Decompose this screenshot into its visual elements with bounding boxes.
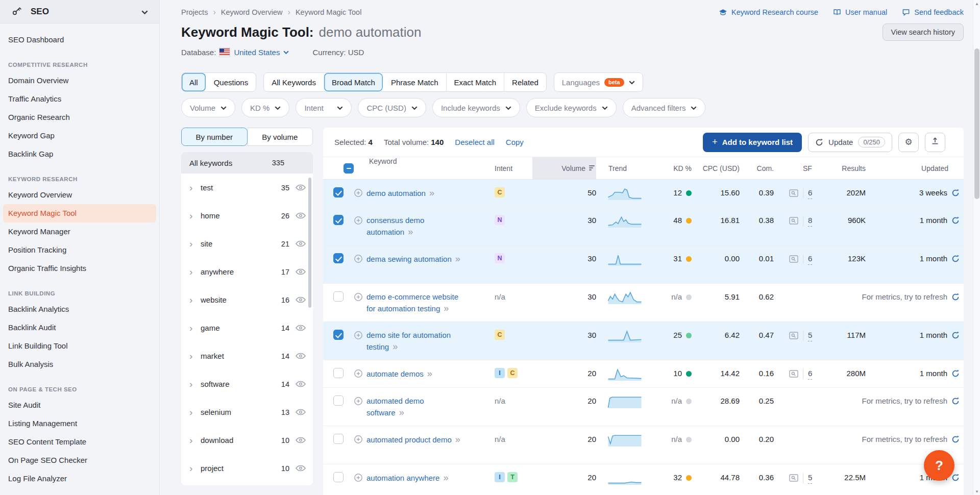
sidebar-item-keyword-overview[interactable]: Keyword Overview <box>0 186 159 204</box>
column-kd[interactable]: KD % <box>644 157 692 179</box>
eye-icon[interactable] <box>295 465 307 472</box>
sidebar-header[interactable]: SEO <box>0 0 159 23</box>
group-item-anywhere[interactable]: ›anywhere17 <box>181 258 313 286</box>
plus-circle-icon[interactable] <box>354 216 363 225</box>
sf-count[interactable]: 6 <box>808 368 812 380</box>
keyword-link[interactable]: automation anywhere <box>366 474 439 482</box>
group-item-test[interactable]: ›test35 <box>181 174 313 202</box>
expand-keyword-icon[interactable]: » <box>443 473 448 483</box>
row-checkbox[interactable] <box>333 368 344 378</box>
serp-features-icon[interactable] <box>789 332 798 339</box>
expand-keyword-icon[interactable]: » <box>393 341 398 352</box>
tab-broad-match[interactable]: Broad Match <box>324 73 383 91</box>
keyword-link[interactable]: demo site for automation testing <box>366 331 451 351</box>
sidebar-item-listing-management[interactable]: Listing Management <box>0 414 159 433</box>
sidebar-item-domain-overview[interactable]: Domain Overview <box>0 71 159 90</box>
refresh-icon[interactable] <box>951 255 960 263</box>
group-item-home[interactable]: ›home26 <box>181 202 313 230</box>
group-item-download[interactable]: ›download10 <box>181 426 313 454</box>
refresh-icon[interactable] <box>951 474 960 482</box>
column-intent[interactable]: Intent <box>491 157 532 179</box>
keyword-link[interactable]: demo automation <box>366 189 426 197</box>
serp-features-icon[interactable] <box>789 255 798 263</box>
tab-phrase-match[interactable]: Phrase Match <box>383 73 446 91</box>
eye-icon[interactable] <box>295 184 307 191</box>
help-button[interactable]: ? <box>924 450 954 481</box>
sidebar-item-position-tracking[interactable]: Position Tracking <box>0 241 159 259</box>
plus-circle-icon[interactable] <box>354 473 363 482</box>
copy-link[interactable]: Copy <box>506 138 524 146</box>
intent-filter[interactable]: Intent <box>296 98 352 117</box>
column-sf[interactable]: SF <box>774 157 822 179</box>
chevron-right-icon[interactable]: › <box>189 183 201 192</box>
group-item-market[interactable]: ›market14 <box>181 342 313 370</box>
cpc-filter[interactable]: CPC (USD) <box>358 98 426 117</box>
exclude-keywords-filter[interactable]: Exclude keywords <box>526 98 617 117</box>
chevron-right-icon[interactable]: › <box>189 211 201 220</box>
database-select[interactable]: United States <box>219 47 289 57</box>
breadcrumb-projects[interactable]: Projects <box>181 8 208 16</box>
chevron-right-icon[interactable]: › <box>189 267 201 277</box>
chevron-right-icon[interactable]: › <box>189 351 201 361</box>
chevron-right-icon[interactable]: › <box>189 407 201 417</box>
eye-icon[interactable] <box>295 296 307 303</box>
chevron-right-icon[interactable]: › <box>189 295 201 305</box>
column-com[interactable]: Com. <box>740 157 774 179</box>
tab-questions[interactable]: Questions <box>206 73 256 91</box>
expand-keyword-icon[interactable]: » <box>429 188 434 198</box>
sidebar-item-backlink-audit[interactable]: Backlink Audit <box>0 318 159 337</box>
sidebar-item-keyword-manager[interactable]: Keyword Manager <box>0 222 159 241</box>
expand-keyword-icon[interactable]: » <box>408 227 413 237</box>
refresh-icon[interactable] <box>951 331 960 339</box>
scroll-up-arrow[interactable]: ▲ <box>973 0 980 7</box>
sidebar-item-bulk-analysis[interactable]: Bulk Analysis <box>0 355 159 374</box>
expand-keyword-icon[interactable]: » <box>427 368 432 379</box>
sidebar-item-site-audit[interactable]: Site Audit <box>0 396 159 414</box>
plus-circle-icon[interactable] <box>354 435 363 444</box>
groups-scrollbar[interactable] <box>308 178 311 308</box>
refresh-icon[interactable] <box>951 216 960 225</box>
breadcrumb-keyword-overview[interactable]: Keyword Overview <box>221 8 283 16</box>
plus-circle-icon[interactable] <box>354 292 363 302</box>
serp-features-icon[interactable] <box>789 217 798 225</box>
sidebar-item-backlink-gap[interactable]: Backlink Gap <box>0 145 159 163</box>
chevron-right-icon[interactable]: › <box>189 323 201 333</box>
row-checkbox[interactable] <box>333 215 344 225</box>
refresh-icon[interactable] <box>951 369 960 378</box>
row-checkbox[interactable] <box>333 291 344 302</box>
chevron-right-icon[interactable]: › <box>189 435 201 445</box>
breadcrumb-keyword-magic-tool[interactable]: Keyword Magic Tool <box>296 8 362 16</box>
kd-filter[interactable]: KD % <box>241 98 289 117</box>
volume-filter[interactable]: Volume <box>181 98 235 117</box>
deselect-all-link[interactable]: Deselect all <box>455 138 495 146</box>
user-manual-link[interactable]: User manual <box>832 8 887 16</box>
expand-keyword-icon[interactable]: » <box>444 303 449 313</box>
serp-features-icon[interactable] <box>789 189 798 197</box>
eye-icon[interactable] <box>295 325 307 331</box>
sidebar-item-organic-traffic-insights[interactable]: Organic Traffic Insights <box>0 259 159 278</box>
scrollbar-thumb[interactable] <box>974 48 979 199</box>
tab-related[interactable]: Related <box>504 73 546 91</box>
export-button[interactable] <box>925 133 945 152</box>
serp-features-icon[interactable] <box>789 370 798 378</box>
row-checkbox[interactable] <box>333 434 344 444</box>
tab-exact-match[interactable]: Exact Match <box>446 73 504 91</box>
group-item-site[interactable]: ›site21 <box>181 230 313 258</box>
eye-icon[interactable] <box>295 437 307 443</box>
group-item-software[interactable]: ›software14 <box>181 370 313 398</box>
eye-icon[interactable] <box>295 268 307 275</box>
column-cpc[interactable]: CPC (USD) <box>692 157 740 179</box>
plus-circle-icon[interactable] <box>354 188 363 197</box>
sf-count[interactable]: 6 <box>808 187 812 199</box>
tab-all-keywords[interactable]: All Keywords <box>264 73 324 91</box>
expand-keyword-icon[interactable]: » <box>455 434 460 444</box>
row-checkbox[interactable] <box>333 187 344 197</box>
advanced-filters[interactable]: Advanced filters <box>623 98 706 117</box>
keyword-link[interactable]: automate demos <box>366 369 424 378</box>
chevron-right-icon[interactable]: › <box>189 463 201 473</box>
expand-keyword-icon[interactable]: » <box>455 254 460 264</box>
refresh-icon[interactable] <box>951 189 960 197</box>
refresh-icon[interactable] <box>951 397 960 405</box>
settings-gear-button[interactable]: ⚙ <box>898 133 919 152</box>
by-volume-toggle[interactable]: By volume <box>247 128 313 146</box>
